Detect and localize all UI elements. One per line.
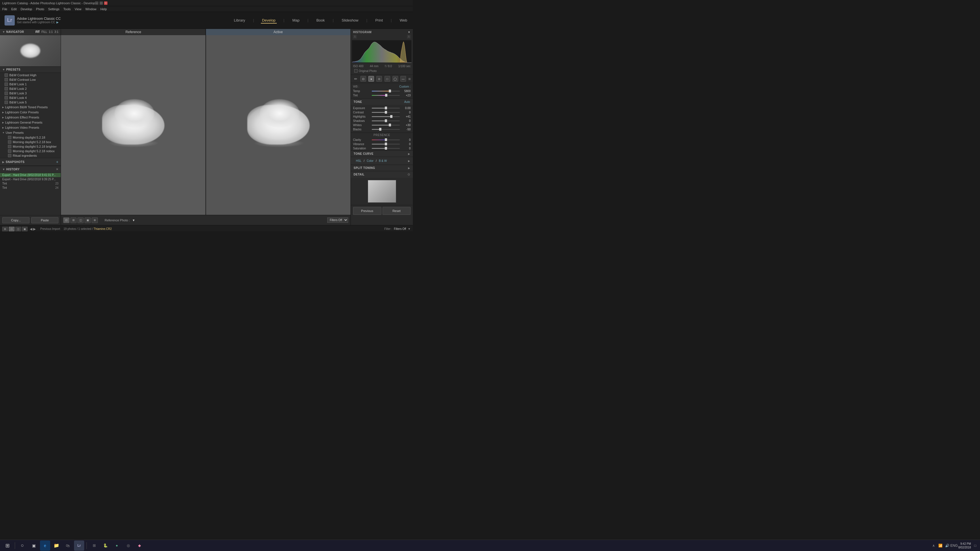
menu-help[interactable]: Help xyxy=(100,7,107,11)
nav-slideshow[interactable]: Slideshow xyxy=(340,17,360,24)
history-item-1[interactable]: Export - Hard Drive (8/02/2018 9:39:25 P… xyxy=(0,177,61,181)
preset-group-general[interactable]: ▶ Lightroom General Presets xyxy=(0,120,61,125)
radial-filter-tool[interactable]: ◯ xyxy=(393,76,398,82)
histogram-expand-icon[interactable]: ▼ xyxy=(408,30,410,34)
grid-view-icon[interactable]: ⊞ xyxy=(2,227,8,231)
menu-settings[interactable]: Settings xyxy=(48,7,60,11)
spot-heal-tool[interactable]: ● xyxy=(368,76,374,82)
whites-slider[interactable] xyxy=(372,125,400,125)
nav-fill-btn[interactable]: FILL xyxy=(41,30,47,33)
presets-header[interactable]: ▼ Presets xyxy=(0,67,61,73)
preset-group-bw-toned[interactable]: ▶ Lightroom B&W Toned Presets xyxy=(0,105,61,110)
filter-dropdown[interactable]: Filters Off xyxy=(327,218,348,223)
contrast-slider[interactable] xyxy=(372,112,400,113)
menu-file[interactable]: File xyxy=(2,7,7,11)
preset-bw-look1[interactable]: B&W Look 1 xyxy=(0,82,61,86)
nav-print[interactable]: Print xyxy=(374,17,384,24)
view-btn-extra[interactable]: ⊕ xyxy=(92,218,98,223)
nav-fit-btn[interactable]: FIT xyxy=(35,30,40,33)
preset-bw-contrast-low[interactable]: B&W Contrast Low xyxy=(0,77,61,82)
filter-value[interactable]: Filters Off xyxy=(394,227,406,230)
filter-expand-icon[interactable]: ▼ xyxy=(408,227,410,230)
nav-3to1-btn[interactable]: 3:1 xyxy=(54,30,59,33)
redeye-tool[interactable]: ⊙ xyxy=(376,76,382,82)
previous-button[interactable]: Previous xyxy=(353,207,382,215)
compare-view-icon[interactable]: ◫ xyxy=(15,227,21,231)
prev-arrow[interactable]: ◀ xyxy=(30,227,32,231)
highlights-slider[interactable] xyxy=(372,116,400,117)
split-toning-header[interactable]: Split Toning ▶ xyxy=(351,165,413,171)
color-tab[interactable]: Color xyxy=(367,159,374,162)
eyedropper-tool[interactable]: ✏ xyxy=(353,76,358,81)
hsl-header[interactable]: HSL / Color / B & W ▶ xyxy=(351,157,413,165)
gradient-filter-tool[interactable]: □ xyxy=(385,76,390,82)
menu-photo[interactable]: Photo xyxy=(36,7,44,11)
history-header[interactable]: ▼ History ✕ xyxy=(0,166,61,173)
original-photo-checkbox[interactable] xyxy=(354,69,358,73)
hsl-tab[interactable]: HSL xyxy=(356,159,361,162)
auto-tone-button[interactable]: Auto xyxy=(404,100,410,103)
preset-ritual[interactable]: Ritual ingredients xyxy=(0,153,61,158)
vibrance-slider[interactable] xyxy=(372,144,400,144)
preset-group-user[interactable]: ▼ User Presets xyxy=(0,130,61,135)
preset-morning-3[interactable]: Morning daylight 5.2.18 brighter xyxy=(0,144,61,149)
minimize-button[interactable]: ─ xyxy=(95,2,99,5)
shadows-slider[interactable] xyxy=(372,121,400,121)
preset-group-effect[interactable]: ▶ Lightroom Effect Presets xyxy=(0,115,61,120)
tone-section-header[interactable]: Tone Auto xyxy=(351,99,413,105)
history-item-2[interactable]: Tint 23 xyxy=(0,181,61,186)
snapshots-header[interactable]: ▶ Snapshots + xyxy=(0,158,61,166)
exposure-slider[interactable] xyxy=(372,108,400,108)
nav-map[interactable]: Map xyxy=(291,17,301,24)
detail-target-icon[interactable]: ⊙ xyxy=(407,173,410,176)
bw-tab[interactable]: B & W xyxy=(379,159,387,162)
history-item-3[interactable]: Tint 24 xyxy=(0,186,61,190)
highlight-clip-indicator[interactable]: A xyxy=(407,35,410,38)
temp-slider[interactable] xyxy=(372,91,400,92)
tone-curve-header[interactable]: Tone Curve ▶ xyxy=(351,151,413,157)
preset-bw-look5[interactable]: B&W Look 5 xyxy=(0,100,61,105)
nav-library[interactable]: Library xyxy=(233,17,247,24)
menu-view[interactable]: View xyxy=(75,7,81,11)
view-btn-grid[interactable]: ▣ xyxy=(84,218,91,223)
menu-edit[interactable]: Edit xyxy=(11,7,17,11)
loupe-view-icon[interactable]: □ xyxy=(9,227,14,231)
active-pane[interactable] xyxy=(206,29,350,215)
maximize-button[interactable]: □ xyxy=(100,2,103,5)
preset-morning-1[interactable]: Morning daylight 5.2.18 xyxy=(0,135,61,140)
nav-web[interactable]: Web xyxy=(399,17,409,24)
preset-bw-contrast-high[interactable]: B&W Contrast High xyxy=(0,73,61,77)
crop-tool[interactable]: ⊡ xyxy=(360,76,366,82)
clear-history-icon[interactable]: ✕ xyxy=(56,168,59,171)
preset-bw-look2[interactable]: B&W Look 2 xyxy=(0,86,61,91)
preset-group-video[interactable]: ▶ Lightroom Video Presets xyxy=(0,125,61,130)
clarity-slider[interactable] xyxy=(372,140,400,140)
reset-button[interactable]: Reset xyxy=(383,207,411,215)
wb-value[interactable]: Custom : xyxy=(399,85,410,88)
saturation-slider[interactable] xyxy=(372,148,400,149)
next-arrow[interactable]: ▶ xyxy=(33,227,36,231)
navigator-header[interactable]: ▼ Navigator FIT FILL 1:1 3:1 xyxy=(0,29,61,35)
paste-button[interactable]: Paste xyxy=(31,217,59,223)
menu-develop[interactable]: Develop xyxy=(21,7,32,11)
preset-bw-look4[interactable]: B&W Look 4 xyxy=(0,95,61,100)
preset-morning-4[interactable]: Morning daylight 5.2.18 nobox xyxy=(0,149,61,153)
view-btn-survey[interactable]: ◫ xyxy=(77,218,84,223)
detail-header[interactable]: Detail ⊙ xyxy=(351,171,413,178)
view-btn-compare[interactable]: ⊞ xyxy=(70,218,76,223)
menu-window[interactable]: Window xyxy=(85,7,96,11)
reference-pane[interactable] xyxy=(61,29,205,215)
adjustment-brush-tool[interactable]: — xyxy=(400,76,406,82)
blacks-slider[interactable] xyxy=(372,129,400,130)
view-btn-single[interactable]: □ xyxy=(63,218,70,223)
menu-tools[interactable]: Tools xyxy=(64,7,71,11)
preset-group-color[interactable]: ▶ Lightroom Color Presets xyxy=(0,110,61,115)
add-snapshot-button[interactable]: + xyxy=(56,160,59,164)
survey-view-icon[interactable]: ▣ xyxy=(22,227,27,231)
nav-develop[interactable]: Develop xyxy=(261,17,277,24)
history-item-0[interactable]: Export - Hard Drive (8/02/2018 9:41:01 P… xyxy=(0,173,61,177)
preset-morning-2[interactable]: Morning daylight 5.2.18 box xyxy=(0,140,61,144)
nav-book[interactable]: Book xyxy=(315,17,326,24)
tint-slider[interactable] xyxy=(372,95,400,96)
nav-1to1-btn[interactable]: 1:1 xyxy=(49,30,53,33)
